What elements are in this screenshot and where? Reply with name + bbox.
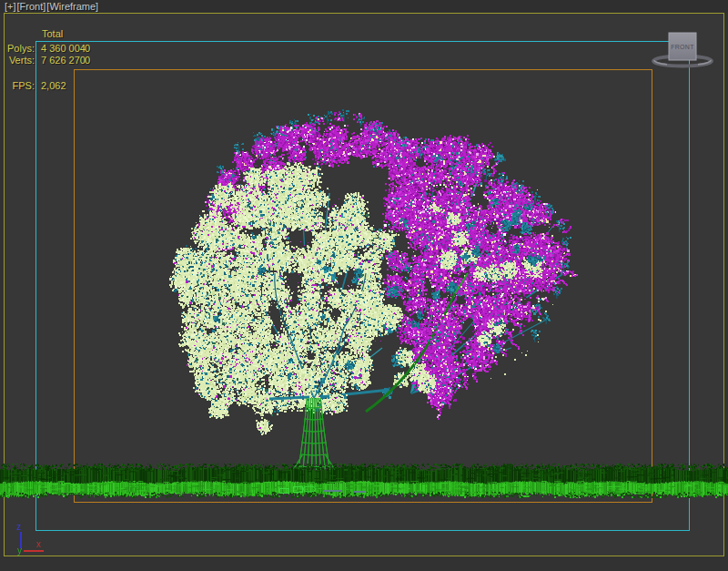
verts-selected-value: 0 (85, 55, 90, 66)
stats-column-header: Total (42, 28, 63, 39)
polys-total-value: 4 360 004 (41, 43, 86, 54)
viewcube[interactable]: FRONT (652, 29, 715, 69)
polys-label: Polys: (7, 43, 35, 54)
viewport-label: [+][Front][Wireframe] (5, 1, 99, 12)
axis-x-label: x (36, 539, 41, 549)
verts-total-value: 7 626 270 (41, 55, 86, 66)
viewport-window: [+][Front][Wireframe] Total Polys: 4 360… (0, 0, 728, 571)
axis-z-label: z (16, 522, 21, 532)
viewcube-front-label: FRONT (671, 44, 694, 50)
fps-value: 2,062 (41, 80, 66, 91)
verts-label: Verts: (7, 55, 35, 66)
axis-y-label: y (17, 546, 22, 556)
viewport-menu-view[interactable]: [Front] (17, 1, 46, 12)
safe-frame-title-rect (74, 69, 652, 503)
viewport-menu-shading[interactable]: [Wireframe] (46, 1, 98, 12)
viewport-label-bar (0, 0, 728, 13)
world-axis-gizmo: z y x (11, 517, 55, 557)
polys-selected-value: 0 (85, 43, 90, 54)
fps-label: FPS: (7, 80, 35, 91)
viewport-menu-general[interactable]: [+] (5, 1, 16, 12)
